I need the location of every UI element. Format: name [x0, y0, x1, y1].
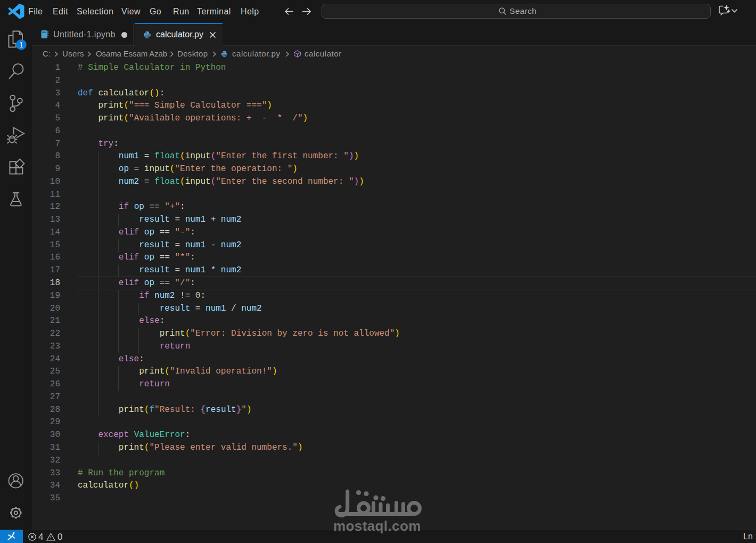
svg-text:1: 1 [19, 40, 23, 49]
svg-text:mostaql.com: mostaql.com [333, 518, 421, 534]
